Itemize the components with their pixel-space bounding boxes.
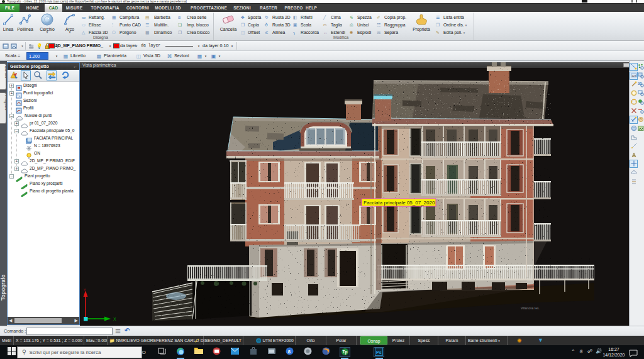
svg-text:Ps: Ps <box>376 350 382 355</box>
svg-text:3D: 3D <box>638 82 642 86</box>
svg-text:Topografo: Topografo <box>0 275 6 301</box>
svg-text:Libretti: Libretti <box>4 66 7 79</box>
svg-text:123: 123 <box>631 74 636 77</box>
svg-text:Facciata principale 05_07_2020: Facciata principale 05_07_2020 <box>364 200 435 206</box>
svg-text:Villanova res.: Villanova res. <box>521 306 540 310</box>
svg-text:Tp: Tp <box>343 350 348 355</box>
svg-text:Progetto: Progetto <box>4 95 7 111</box>
svg-text:X: X <box>113 317 116 321</box>
svg-text:v: v <box>84 287 86 291</box>
svg-text:8: 8 <box>288 349 291 355</box>
